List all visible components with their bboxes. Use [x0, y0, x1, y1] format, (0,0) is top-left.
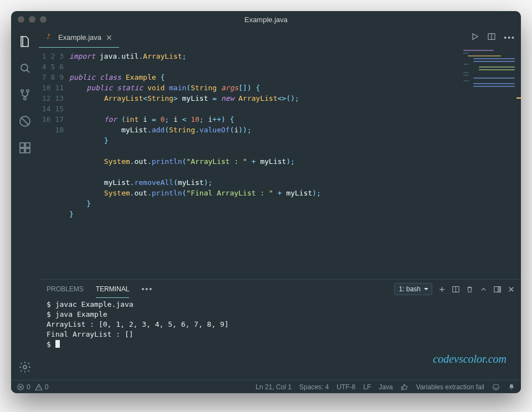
close-panel-icon[interactable] [507, 285, 515, 293]
split-terminal-icon[interactable] [452, 285, 460, 293]
maximize-window-button[interactable] [40, 16, 47, 23]
notifications-bell-icon[interactable] [508, 383, 515, 391]
tab-row: Example.java ✕ ••• [39, 28, 521, 48]
editor-window: Example.java [11, 11, 521, 393]
code-area[interactable]: import java.util.ArrayList; public class… [69, 48, 521, 279]
svg-rect-5 [20, 143, 24, 147]
status-language[interactable]: Java [378, 383, 392, 391]
panel-tabs: PROBLEMS TERMINAL ••• 1: bash [39, 280, 521, 298]
panel-tab-terminal[interactable]: TERMINAL [96, 281, 130, 298]
source-control-icon[interactable] [18, 87, 32, 102]
traffic-lights [18, 16, 47, 23]
thumbs-up-icon[interactable] [401, 383, 408, 391]
status-eol[interactable]: LF [363, 383, 371, 391]
svg-rect-7 [20, 148, 24, 153]
close-tab-icon[interactable]: ✕ [106, 33, 112, 42]
activity-bar [11, 28, 39, 380]
more-actions-icon[interactable]: ••• [504, 33, 515, 42]
editor[interactable]: 1 2 3 4 5 6 7 8 9 10 11 12 13 14 15 16 1… [39, 48, 521, 279]
status-encoding[interactable]: UTF-8 [336, 383, 355, 391]
feedback-smiley-icon[interactable] [492, 383, 500, 391]
watermark: codevscolor.com [433, 353, 507, 365]
panel-more-icon[interactable]: ••• [141, 285, 153, 293]
line-gutter: 1 2 3 4 5 6 7 8 9 10 11 12 13 14 15 16 1… [39, 48, 69, 279]
status-bar: 0 0 Ln 21, Col 1 Spaces: 4 UTF-8 LF Java… [11, 380, 521, 393]
tab-label: Example.java [58, 33, 101, 42]
svg-rect-6 [25, 143, 30, 147]
editor-actions: ••• [470, 28, 515, 48]
svg-rect-13 [498, 286, 500, 292]
maximize-panel-icon[interactable] [479, 285, 488, 293]
main-column: Example.java ✕ ••• 1 2 3 4 5 6 7 8 9 10 … [39, 28, 521, 380]
svg-point-1 [21, 90, 23, 92]
split-editor-icon[interactable] [487, 32, 496, 43]
run-icon[interactable] [470, 32, 479, 43]
svg-point-3 [24, 97, 26, 100]
panel-tab-problems[interactable]: PROBLEMS [47, 281, 84, 297]
search-icon[interactable] [18, 61, 32, 75]
extensions-icon[interactable] [18, 141, 32, 155]
status-errors[interactable]: 0 [17, 383, 30, 391]
tab-example-java[interactable]: Example.java ✕ [39, 28, 119, 48]
new-terminal-icon[interactable] [438, 285, 446, 293]
java-file-icon [45, 33, 54, 43]
terminal-selector-label: 1: bash [399, 285, 421, 293]
status-extraction[interactable]: Variables extraction fail [416, 383, 484, 391]
svg-point-15 [493, 384, 499, 390]
debug-icon[interactable] [18, 114, 32, 128]
window-title: Example.java [11, 16, 521, 24]
svg-point-2 [27, 90, 29, 92]
titlebar: Example.java [11, 11, 521, 28]
terminal-selector[interactable]: 1: bash [394, 283, 432, 295]
status-warnings[interactable]: 0 [35, 383, 49, 391]
status-indentation[interactable]: Spaces: 4 [299, 383, 329, 391]
status-cursor-position[interactable]: Ln 21, Col 1 [255, 383, 291, 391]
explorer-icon[interactable] [18, 34, 32, 49]
svg-point-0 [21, 64, 28, 71]
svg-rect-8 [25, 148, 30, 153]
svg-point-9 [23, 365, 27, 369]
overview-marker [516, 97, 521, 99]
toggle-panel-layout-icon[interactable] [493, 285, 502, 293]
settings-gear-icon[interactable] [18, 360, 32, 374]
close-window-button[interactable] [18, 16, 24, 23]
body: Example.java ✕ ••• 1 2 3 4 5 6 7 8 9 10 … [11, 28, 521, 380]
kill-terminal-icon[interactable] [466, 285, 474, 293]
minimize-window-button[interactable] [29, 16, 35, 23]
terminal-output[interactable]: $ javac Example.java $ java Example Arra… [39, 298, 521, 380]
